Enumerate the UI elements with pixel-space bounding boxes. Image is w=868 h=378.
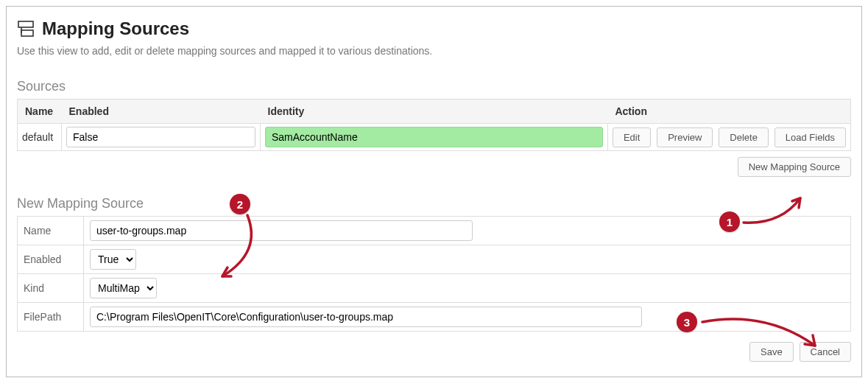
annotation-badge-3: 3 <box>677 312 697 332</box>
edit-button[interactable]: Edit <box>613 127 651 147</box>
label-name: Name <box>18 217 84 245</box>
form-section-title: New Mapping Source <box>17 196 851 211</box>
delete-button[interactable]: Delete <box>719 127 769 147</box>
table-row: default Edit Preview Delete Load Fields <box>18 124 851 151</box>
preview-button[interactable]: Preview <box>657 127 713 147</box>
col-action: Action <box>607 99 850 124</box>
sources-section-title: Sources <box>17 79 851 94</box>
cancel-button[interactable]: Cancel <box>800 342 851 362</box>
mapping-sources-panel: Mapping Sources Use this view to add, ed… <box>6 6 862 377</box>
annotation-badge-2: 2 <box>230 194 250 214</box>
save-button[interactable]: Save <box>749 342 794 362</box>
sources-table: Name Enabled Identity Action default Edi… <box>17 99 851 151</box>
enabled-input[interactable] <box>66 127 255 147</box>
label-filepath: FilePath <box>18 303 84 332</box>
form-actions: Save Cancel <box>17 342 851 362</box>
new-mapping-source-button[interactable]: New Mapping Source <box>738 157 851 177</box>
cell-identity <box>261 124 608 151</box>
sources-toolbar: New Mapping Source <box>17 157 851 177</box>
cell-actions: Edit Preview Delete Load Fields <box>607 124 850 151</box>
col-identity: Identity <box>261 99 608 124</box>
new-mapping-source-form: Name Enabled True Kind MultiMap FilePath <box>17 216 851 332</box>
filepath-field[interactable] <box>90 307 642 327</box>
load-fields-button[interactable]: Load Fields <box>775 127 846 147</box>
col-name: Name <box>18 99 62 124</box>
page-header: Mapping Sources <box>17 18 851 39</box>
label-kind: Kind <box>18 274 84 303</box>
col-enabled: Enabled <box>62 99 261 124</box>
identity-input[interactable] <box>265 127 603 147</box>
enabled-select[interactable]: True <box>90 249 136 270</box>
mapping-icon <box>17 20 35 38</box>
label-enabled: Enabled <box>18 245 84 274</box>
page-title: Mapping Sources <box>42 18 189 39</box>
page-description: Use this view to add, edit or delete map… <box>17 45 851 57</box>
svg-rect-1 <box>21 30 33 36</box>
kind-select[interactable]: MultiMap <box>90 278 157 298</box>
annotation-badge-1: 1 <box>719 211 740 232</box>
name-field[interactable] <box>90 220 473 241</box>
cell-enabled <box>62 124 261 151</box>
cell-name: default <box>18 124 62 151</box>
svg-rect-0 <box>18 21 33 27</box>
